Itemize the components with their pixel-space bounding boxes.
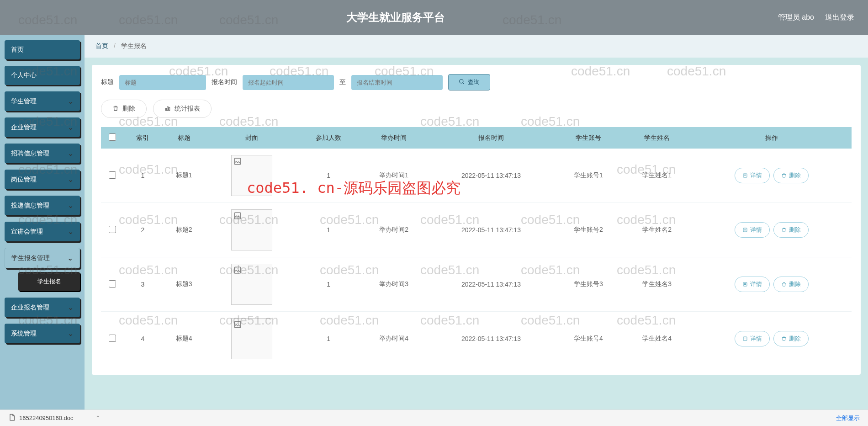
cell-actions: 详情 删除 <box>691 312 852 366</box>
svg-rect-4 <box>169 107 169 110</box>
row-checkbox[interactable] <box>109 171 116 179</box>
cover-thumbnail <box>231 264 272 305</box>
sidebar-item[interactable]: 投递信息管理 <box>5 196 80 215</box>
select-all-checkbox[interactable] <box>109 133 116 141</box>
chevron-up-icon[interactable]: ⌃ <box>95 415 101 421</box>
detail-button[interactable]: 详情 <box>735 168 770 183</box>
cell-account: 学生账号4 <box>554 312 623 366</box>
date-to-input[interactable] <box>351 75 443 90</box>
row-delete-button[interactable]: 删除 <box>773 222 809 238</box>
cell-count: 1 <box>297 149 360 203</box>
row-checkbox[interactable] <box>109 226 116 233</box>
detail-button[interactable]: 详情 <box>735 222 770 238</box>
table-header: 封面 <box>206 127 298 149</box>
search-icon <box>459 79 465 86</box>
svg-rect-17 <box>235 321 241 328</box>
cell-actions: 详情 删除 <box>691 257 852 312</box>
cell-account: 学生账号2 <box>554 203 623 257</box>
cover-thumbnail <box>231 318 272 359</box>
breadcrumb-current: 学生报名 <box>121 42 147 49</box>
cell-cover <box>206 149 298 203</box>
sidebar-item[interactable]: 岗位管理 <box>5 170 80 189</box>
svg-rect-3 <box>167 106 168 110</box>
svg-rect-13 <box>235 267 241 273</box>
table-row: 4标题41举办时间42022-05-11 13:47:13学生账号4学生姓名4 … <box>101 312 852 366</box>
delete-button[interactable]: 删除 <box>101 100 147 118</box>
sidebar-item-label: 系统管理 <box>11 330 37 338</box>
search-button[interactable]: 查询 <box>448 74 490 91</box>
sidebar-item-label: 投递信息管理 <box>11 202 49 210</box>
page-header: 大学生就业服务平台 管理员 abo 退出登录 <box>0 0 868 35</box>
svg-line-1 <box>463 82 464 84</box>
cell-hold: 举办时间4 <box>360 312 428 366</box>
table-row: 1标题11举办时间12022-05-11 13:47:13学生账号1学生姓名1 … <box>101 149 852 203</box>
download-filename: 1652240950160.doc <box>19 415 74 421</box>
table-header: 索引 <box>124 127 162 149</box>
sidebar-item[interactable]: 学生管理 <box>5 91 80 111</box>
sidebar-item[interactable]: 个人中心 <box>5 66 80 85</box>
report-button[interactable]: 统计报表 <box>153 100 212 118</box>
cell-title: 标题2 <box>162 203 206 257</box>
cell-hold: 举办时间3 <box>360 257 428 312</box>
cell-index: 4 <box>124 312 162 366</box>
sidebar-item[interactable]: 首页 <box>5 40 80 59</box>
sidebar-item-label: 首页 <box>11 46 24 54</box>
action-bar: 删除 统计报表 <box>101 100 852 118</box>
row-delete-button[interactable]: 删除 <box>773 168 809 183</box>
delete-button-label: 删除 <box>122 105 135 113</box>
row-checkbox[interactable] <box>109 280 116 288</box>
cover-thumbnail <box>231 155 272 196</box>
table-header: 举办时间 <box>360 127 428 149</box>
cell-actions: 详情 删除 <box>691 203 852 257</box>
row-checkbox[interactable] <box>109 335 116 342</box>
date-to-separator: 至 <box>339 78 346 86</box>
app-title: 大学生就业服务平台 <box>14 10 778 25</box>
cell-title: 标题3 <box>162 257 206 312</box>
cell-cover <box>206 312 298 366</box>
detail-button[interactable]: 详情 <box>735 331 770 346</box>
table-header: 操作 <box>691 127 852 149</box>
sidebar-item[interactable]: 招聘信息管理 <box>5 144 80 163</box>
breadcrumb: 首页 / 学生报名 <box>85 35 868 58</box>
sidebar-item[interactable]: 学生报名管理 <box>5 248 80 268</box>
cell-title: 标题1 <box>162 149 206 203</box>
cell-actions: 详情 删除 <box>691 149 852 203</box>
cell-name: 学生姓名3 <box>623 257 691 312</box>
sidebar-item-label: 学生报名管理 <box>11 254 50 262</box>
logout-link[interactable]: 退出登录 <box>825 13 854 22</box>
row-delete-button[interactable]: 删除 <box>773 331 809 346</box>
cell-index: 2 <box>124 203 162 257</box>
download-file[interactable]: 1652240950160.doc ⌃ <box>8 414 101 422</box>
sidebar-item-label: 企业报名管理 <box>11 304 49 312</box>
sidebar-item[interactable]: 系统管理 <box>5 324 80 343</box>
cell-index: 1 <box>124 149 162 203</box>
date-from-input[interactable] <box>243 75 334 90</box>
svg-rect-2 <box>165 108 166 111</box>
cell-count: 1 <box>297 257 360 312</box>
sidebar-submenu-item[interactable]: 学生报名 <box>18 272 80 291</box>
search-title-input[interactable] <box>119 75 206 90</box>
cell-name: 学生姓名1 <box>623 149 691 203</box>
chart-icon <box>164 105 171 113</box>
sidebar-item[interactable]: 企业报名管理 <box>5 298 80 317</box>
sidebar: 首页个人中心学生管理企业管理招聘信息管理岗位管理投递信息管理宣讲会管理学生报名管… <box>0 35 85 426</box>
admin-label[interactable]: 管理员 abo <box>778 13 814 22</box>
table-row: 2标题21举办时间22022-05-11 13:47:13学生账号2学生姓名2 … <box>101 203 852 257</box>
breadcrumb-home[interactable]: 首页 <box>95 42 108 49</box>
detail-button[interactable]: 详情 <box>735 277 770 292</box>
cell-signup: 2022-05-11 13:47:13 <box>428 203 554 257</box>
sidebar-item-label: 招聘信息管理 <box>11 149 49 158</box>
cell-count: 1 <box>297 312 360 366</box>
show-all-link[interactable]: 全部显示 <box>836 414 860 422</box>
search-bar: 标题 报名时间 至 查询 <box>101 74 852 91</box>
download-bar: 1652240950160.doc ⌃ 全部显示 <box>0 410 868 426</box>
svg-rect-5 <box>235 158 241 165</box>
cell-name: 学生姓名2 <box>623 203 691 257</box>
row-delete-button[interactable]: 删除 <box>773 277 809 292</box>
sidebar-item[interactable]: 企业管理 <box>5 117 80 137</box>
table-header: 学生账号 <box>554 127 623 149</box>
sidebar-item-label: 个人中心 <box>11 71 37 80</box>
sidebar-item[interactable]: 宣讲会管理 <box>5 222 80 241</box>
cell-account: 学生账号1 <box>554 149 623 203</box>
cell-index: 3 <box>124 257 162 312</box>
